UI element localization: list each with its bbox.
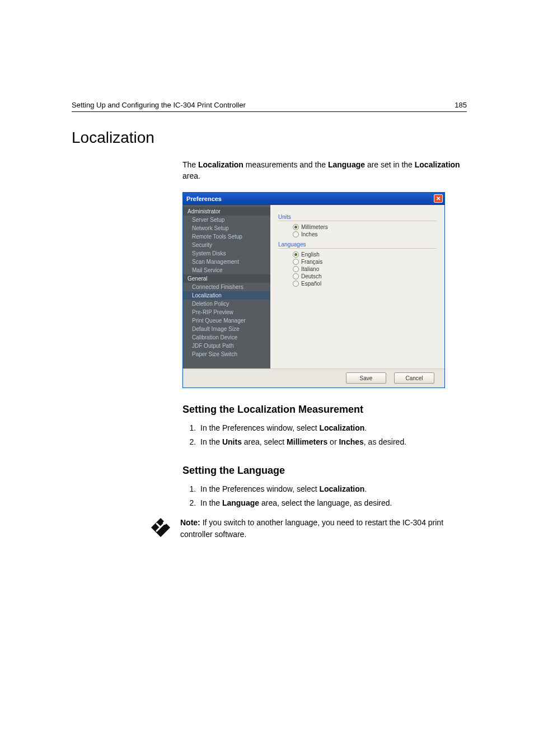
preferences-content: Units MillimetersInches Languages Englis…	[270, 205, 444, 368]
steps-language: In the Preferences window, select Locali…	[182, 482, 467, 510]
sidebar-item[interactable]: Paper Size Switch	[183, 350, 270, 358]
language-option[interactable]: Français	[278, 258, 437, 265]
radio-label: Italiano	[301, 266, 319, 272]
sidebar-item[interactable]: Mail Service	[183, 266, 270, 274]
preferences-sidebar: AdministratorServer SetupNetwork SetupRe…	[183, 205, 270, 368]
radio-label: Millimeters	[301, 224, 328, 230]
radio-icon	[293, 231, 299, 237]
page-number: 185	[455, 101, 467, 109]
subheading-measurement: Setting the Localization Measurement	[182, 404, 467, 416]
radio-icon	[293, 259, 299, 265]
radio-icon	[293, 281, 299, 287]
radio-label: Inches	[301, 231, 317, 237]
preferences-dialog: Preferences ✕ AdministratorServer SetupN…	[182, 192, 445, 388]
radio-label: Español	[301, 281, 321, 287]
sidebar-item[interactable]: Deletion Policy	[183, 300, 270, 308]
step: In the Language area, select the languag…	[198, 496, 467, 510]
sidebar-item[interactable]: Connected Finishers	[183, 283, 270, 291]
language-option[interactable]: Español	[278, 280, 437, 287]
sidebar-item[interactable]: Localization	[183, 291, 270, 300]
intro-paragraph: The Localization measurements and the La…	[182, 159, 467, 182]
sidebar-item[interactable]: Pre-RIP Preview	[183, 308, 270, 316]
units-group-label: Units	[278, 214, 437, 221]
step: In the Preferences window, select Locali…	[198, 421, 467, 435]
sidebar-item[interactable]: Network Setup	[183, 224, 270, 232]
radio-icon	[293, 266, 299, 272]
sidebar-item[interactable]: JDF Output Path	[183, 342, 270, 350]
step: In the Units area, select Millimeters or…	[198, 435, 467, 449]
radio-icon	[293, 273, 299, 279]
running-header: Setting Up and Configuring the IC-304 Pr…	[72, 101, 467, 112]
radio-label: Français	[301, 259, 322, 265]
save-button[interactable]: Save	[346, 372, 386, 384]
units-option[interactable]: Millimeters	[278, 223, 437, 231]
sidebar-item[interactable]: System Disks	[183, 249, 270, 258]
sidebar-item[interactable]: Calibration Device	[183, 333, 270, 342]
note-icon	[149, 516, 172, 542]
sidebar-item[interactable]: Default Image Size	[183, 325, 270, 333]
svg-point-0	[163, 521, 166, 525]
radio-label: English	[301, 251, 320, 258]
section-title: Localization	[72, 129, 467, 147]
sidebar-group-header: Administrator	[183, 207, 270, 216]
radio-label: Deutsch	[301, 273, 322, 279]
radio-icon	[293, 251, 299, 258]
running-title: Setting Up and Configuring the IC-304 Pr…	[72, 101, 246, 109]
cancel-button[interactable]: Cancel	[394, 372, 434, 384]
dialog-titlebar: Preferences ✕	[183, 193, 444, 205]
language-option[interactable]: Deutsch	[278, 273, 437, 280]
steps-measurement: In the Preferences window, select Locali…	[182, 421, 467, 449]
dialog-footer: Save Cancel	[183, 368, 444, 388]
radio-icon	[293, 224, 299, 230]
subheading-language: Setting the Language	[182, 465, 467, 477]
sidebar-item[interactable]: Print Queue Manager	[183, 316, 270, 325]
close-icon[interactable]: ✕	[434, 194, 443, 203]
sidebar-item[interactable]: Scan Management	[183, 258, 270, 266]
sidebar-item[interactable]: Remote Tools Setup	[183, 232, 270, 241]
sidebar-item[interactable]: Server Setup	[183, 216, 270, 224]
language-option[interactable]: Italiano	[278, 265, 437, 273]
sidebar-group-header: General	[183, 274, 270, 283]
sidebar-item[interactable]: Security	[183, 241, 270, 249]
step: In the Preferences window, select Locali…	[198, 482, 467, 496]
language-option[interactable]: English	[278, 251, 437, 258]
units-option[interactable]: Inches	[278, 231, 437, 238]
dialog-title: Preferences	[186, 195, 222, 202]
note-row: Note: If you switch to another language,…	[149, 516, 467, 542]
note-text: Note: If you switch to another language,…	[180, 516, 467, 540]
languages-group-label: Languages	[278, 241, 437, 249]
